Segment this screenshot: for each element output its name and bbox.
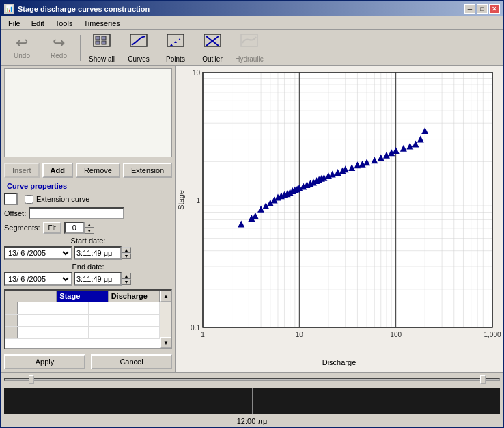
start-date-select[interactable]: 13/ 6 /2005	[4, 246, 72, 260]
outlier-button[interactable]: Outlier	[195, 32, 230, 64]
svg-marker-9	[178, 38, 181, 40]
start-time-up[interactable]: ▲	[122, 247, 131, 253]
window-title: Stage discharge curves construction	[18, 5, 464, 13]
svg-rect-3	[96, 41, 100, 44]
discharge-cell[interactable]	[89, 327, 160, 338]
stage-header: Stage	[57, 291, 108, 302]
discharge-header: Discharge	[109, 291, 160, 302]
end-date-section: End date: 13/ 6 /2005 ▲ ▼	[1, 261, 175, 287]
app-icon: 📊	[4, 4, 14, 14]
table-row	[5, 315, 160, 327]
scroll-down-button[interactable]: ▼	[160, 337, 171, 348]
row-num-header	[5, 291, 57, 302]
slider-left-thumb[interactable]	[29, 375, 34, 384]
show-all-button[interactable]: Show all	[84, 32, 120, 64]
start-time-spin-buttons: ▲ ▼	[122, 247, 131, 259]
table-scrollbar: ▲ ▼	[160, 291, 171, 348]
x-axis-label: Discharge	[176, 358, 503, 366]
extension-curve-checkbox[interactable]	[25, 195, 33, 204]
start-date-row: 13/ 6 /2005 ▲ ▼	[4, 246, 172, 260]
svg-marker-7	[170, 44, 173, 46]
curves-button[interactable]: Curves	[121, 32, 156, 64]
end-time-down[interactable]: ▼	[122, 279, 131, 285]
row-number	[5, 315, 18, 326]
segments-spin-down[interactable]: ▼	[85, 228, 94, 234]
minimize-button[interactable]: ─	[464, 4, 475, 14]
undo-button[interactable]: ↩ Undo	[4, 32, 40, 64]
remove-button[interactable]: Remove	[76, 163, 120, 178]
start-date-section: Start date: 13/ 6 /2005 ▲ ▼	[1, 235, 175, 261]
data-table: Stage Discharge	[4, 289, 172, 349]
end-date-label: End date:	[4, 263, 172, 271]
svg-marker-8	[174, 41, 177, 43]
end-time-spin-buttons: ▲ ▼	[122, 273, 131, 285]
redo-button[interactable]: ↪ Redo	[41, 32, 76, 64]
curve-properties-label: Curve properties	[4, 180, 172, 191]
end-date-select[interactable]: 13/ 6 /2005	[4, 272, 72, 286]
offset-input[interactable]	[29, 207, 124, 219]
menu-tools[interactable]: Tools	[50, 18, 79, 29]
fit-button[interactable]: Fit	[43, 222, 61, 234]
chart-area: Discharge	[176, 66, 503, 372]
end-time-input[interactable]	[74, 272, 122, 286]
offset-label: Offset:	[4, 209, 26, 217]
end-date-row: 13/ 6 /2005 ▲ ▼	[4, 272, 172, 286]
menu-edit[interactable]: Edit	[26, 18, 50, 29]
slider-right-thumb[interactable]	[480, 375, 486, 384]
undo-icon: ↩	[16, 36, 28, 51]
redo-icon: ↪	[53, 36, 65, 51]
slider-track	[4, 378, 500, 381]
stage-cell[interactable]	[18, 315, 89, 326]
main-area: Insert Add Remove Extension Curve proper…	[1, 66, 503, 372]
extension-button[interactable]: Extension	[123, 163, 172, 178]
cancel-button[interactable]: Cancel	[91, 354, 172, 369]
timeline-area[interactable]	[4, 388, 500, 414]
table-body	[5, 302, 160, 348]
points-button[interactable]: Points	[158, 32, 193, 64]
stage-cell[interactable]	[18, 327, 89, 338]
close-button[interactable]: ✕	[489, 4, 500, 14]
slider-row	[4, 374, 500, 385]
time-label-row: 12:00 πμ	[1, 416, 503, 427]
start-date-label: Start date:	[4, 237, 172, 245]
segments-spin-up[interactable]: ▲	[85, 222, 94, 228]
hydraulic-icon	[240, 33, 259, 54]
segments-input[interactable]	[64, 222, 85, 234]
segments-label: Segments:	[4, 224, 40, 232]
discharge-cell[interactable]	[89, 315, 160, 326]
scroll-up-button[interactable]: ▲	[160, 291, 171, 302]
extension-curve-checkbox-row: Extension curve	[25, 195, 89, 204]
show-all-icon	[92, 33, 111, 54]
menu-file[interactable]: File	[3, 18, 26, 29]
end-time-up[interactable]: ▲	[122, 273, 131, 279]
apply-button[interactable]: Apply	[4, 354, 85, 369]
offset-row: Offset:	[4, 207, 172, 219]
segments-row: Segments: Fit ▲ ▼	[4, 222, 172, 234]
stage-cell[interactable]	[18, 302, 89, 314]
outlier-icon	[203, 33, 222, 54]
toolbar: ↩ Undo ↪ Redo Show all	[1, 30, 503, 66]
discharge-cell[interactable]	[89, 302, 160, 314]
svg-rect-6	[167, 34, 184, 46]
timeline-cursor	[252, 388, 253, 414]
curve-properties: Curve properties Extension curve Offset:…	[1, 179, 175, 235]
menu-timeseries[interactable]: Timeseries	[78, 18, 125, 29]
start-time-spin: ▲ ▼	[74, 246, 131, 260]
maximize-button[interactable]: □	[477, 4, 488, 14]
insert-button[interactable]: Insert	[4, 163, 40, 178]
color-picker[interactable]	[4, 193, 18, 205]
row-number	[5, 302, 18, 314]
end-time-spin: ▲ ▼	[74, 272, 131, 286]
table-header: Stage Discharge	[5, 291, 160, 302]
hydraulic-button[interactable]: Hydraulic	[232, 32, 267, 64]
main-window: 📊 Stage discharge curves construction ─ …	[0, 0, 504, 428]
scroll-track	[160, 302, 171, 337]
start-time-down[interactable]: ▼	[122, 253, 131, 259]
table-row	[5, 302, 160, 315]
segments-spinbox: ▲ ▼	[64, 222, 94, 234]
action-buttons: Insert Add Remove Extension	[1, 160, 175, 179]
add-button[interactable]: Add	[42, 163, 73, 178]
start-time-input[interactable]	[74, 246, 122, 260]
time-label: 12:00 πμ	[237, 417, 268, 425]
menu-bar: File Edit Tools Timeseries	[1, 16, 503, 30]
